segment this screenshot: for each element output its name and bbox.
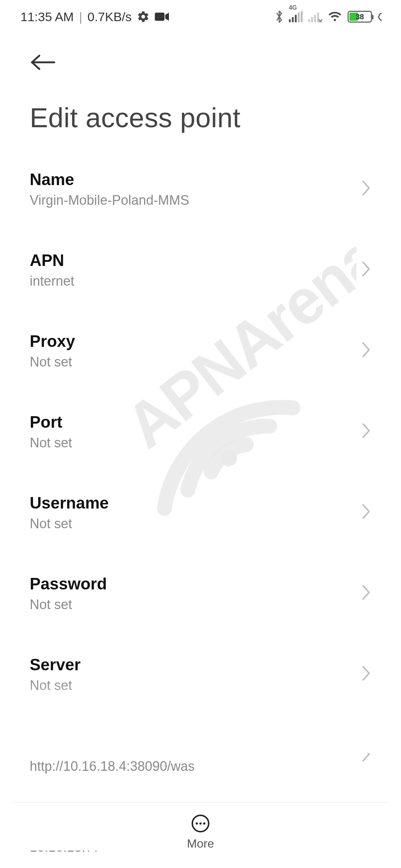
page-title: Edit access point	[30, 102, 371, 134]
signal-4g-icon: 4G	[289, 11, 303, 22]
apn-mmsc-row[interactable]: MMSC http://10.16.18.4:38090/was	[30, 714, 371, 795]
row-title: Password	[30, 573, 107, 594]
chevron-right-icon	[362, 261, 371, 279]
row-value: Not set	[30, 354, 75, 370]
svg-rect-2	[155, 13, 164, 21]
more-label: More	[187, 837, 214, 851]
row-title: Port	[30, 412, 72, 432]
apn-username-row[interactable]: Username Not set	[30, 472, 371, 553]
chevron-right-icon	[362, 423, 371, 440]
chevron-right-icon	[362, 503, 371, 521]
svg-rect-11	[317, 13, 319, 22]
charging-icon: 𐊢	[377, 11, 382, 23]
svg-rect-8	[308, 19, 310, 22]
chevron-right-icon	[362, 746, 371, 764]
status-transfer: 0.7KB/s	[88, 10, 132, 24]
svg-rect-9	[311, 17, 313, 22]
status-bar: 11:35 AM | 0.7KB/s 4G	[0, 0, 401, 33]
svg-rect-3	[289, 19, 291, 22]
chevron-right-icon	[362, 180, 371, 198]
svg-point-13	[196, 822, 198, 825]
row-value: Not set	[30, 434, 72, 451]
chevron-right-icon	[362, 584, 371, 602]
row-value: Not set	[30, 515, 109, 532]
row-title: Name	[30, 169, 189, 190]
apn-password-row[interactable]: Password Not set	[30, 553, 371, 634]
svg-rect-5	[295, 15, 297, 22]
row-title: Proxy	[30, 331, 75, 351]
chevron-right-icon	[362, 665, 371, 683]
row-title: Server	[30, 654, 81, 675]
more-button[interactable]: More	[0, 806, 401, 851]
battery-icon: 38	[348, 11, 372, 23]
row-value: http://10.16.18.4:38090/was	[30, 758, 195, 775]
bluetooth-icon	[275, 10, 284, 24]
status-separator: |	[79, 10, 82, 24]
apn-port-row[interactable]: Port Not set	[30, 391, 371, 472]
signal-no-sim-icon	[308, 11, 322, 22]
row-value: internet	[30, 273, 74, 289]
back-button[interactable]	[30, 66, 56, 72]
svg-rect-6	[298, 13, 300, 22]
wifi-icon	[327, 11, 342, 23]
svg-rect-7	[301, 11, 303, 22]
svg-point-14	[199, 822, 202, 825]
row-value: Not set	[30, 677, 81, 694]
svg-point-15	[203, 822, 205, 825]
apn-name-row[interactable]: Name Virgin-Mobile-Poland-MMS	[30, 148, 371, 229]
row-title: APN	[30, 250, 74, 270]
svg-rect-10	[314, 15, 316, 22]
row-value: Not set	[30, 596, 107, 613]
row-title: Username	[30, 493, 109, 513]
apn-fields-list: Name Virgin-Mobile-Poland-MMS APN intern…	[0, 148, 401, 868]
svg-rect-4	[292, 17, 294, 22]
video-camera-icon	[155, 12, 169, 22]
apn-proxy-row[interactable]: Proxy Not set	[30, 310, 371, 391]
status-time: 11:35 AM	[20, 10, 74, 24]
gear-icon	[137, 10, 150, 23]
row-title: MMSC	[30, 735, 195, 756]
chevron-right-icon	[362, 342, 371, 359]
apn-server-row[interactable]: Server Not set	[30, 634, 371, 714]
row-value: Virgin-Mobile-Poland-MMS	[30, 192, 189, 208]
apn-apn-row[interactable]: APN internet	[30, 229, 371, 310]
